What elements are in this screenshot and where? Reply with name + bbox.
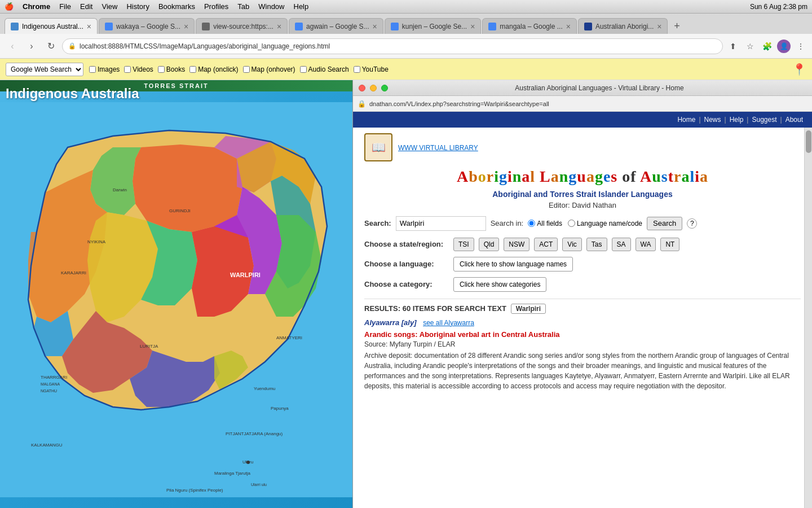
tab-close-7[interactable]: × — [657, 22, 661, 31]
reload-button[interactable]: ↻ — [43, 38, 59, 54]
svg-text:GURINDJI: GURINDJI — [169, 208, 191, 213]
tab-favicon-6 — [488, 23, 496, 30]
search-engine-select[interactable]: Google Web Search — [6, 63, 83, 76]
state-wa[interactable]: WA — [636, 238, 656, 251]
tab-title-4: agwain – Google S... — [306, 23, 369, 30]
back-button[interactable]: ‹ — [5, 38, 20, 54]
state-sa[interactable]: SA — [612, 238, 631, 251]
nav-home[interactable]: Home — [674, 116, 699, 124]
menu-view[interactable]: View — [102, 2, 117, 11]
vl-address-text: dnathan.com/VL/index.php?searchstring=Wa… — [369, 100, 549, 107]
menu-file[interactable]: File — [59, 2, 71, 11]
svg-text:LURITJA: LURITJA — [140, 344, 158, 349]
result-language: Alyawarra [aly] see all Alyawarra — [364, 318, 801, 327]
nav-suggest[interactable]: Suggest — [748, 116, 780, 124]
checkbox-videos[interactable]: Videos — [124, 65, 153, 73]
state-tsi[interactable]: TSI — [453, 238, 474, 251]
state-vic[interactable]: Vic — [562, 238, 581, 251]
tab-close-3[interactable]: × — [277, 22, 281, 31]
tab-title-3: view-source:https:... — [213, 23, 273, 30]
menu-tab[interactable]: Tab — [237, 2, 249, 11]
nav-help[interactable]: Help — [726, 116, 747, 124]
menu-icon[interactable]: ⋮ — [794, 40, 807, 53]
browser-toolbar: ‹ › ↻ 🔒 localhost:8888/HTMLCSS/ImageMap/… — [0, 34, 812, 59]
menubar: 🍎 Chrome File Edit View History Bookmark… — [0, 0, 812, 14]
tab-3[interactable]: view-source:https:... × — [196, 18, 288, 34]
forward-button[interactable]: › — [24, 38, 39, 54]
result-title: Arandic songs: Aboriginal verbal art in … — [364, 330, 801, 339]
search-button[interactable]: Search — [647, 217, 682, 230]
menubar-time: Sun 6 Aug 2:38 pm — [750, 3, 807, 11]
svg-text:Maralinga Tjarutja: Maralinga Tjarutja — [214, 471, 250, 476]
scrollbar-thumb[interactable] — [806, 130, 811, 153]
nav-about[interactable]: About — [782, 116, 806, 124]
checkbox-map-onhover[interactable]: Map (onhover) — [243, 65, 295, 73]
svg-text:Pila Nguru (Spinifex People): Pila Nguru (Spinifex People) — [166, 488, 223, 493]
help-button[interactable]: ? — [687, 218, 697, 229]
search-toolbar: Google Web Search Images Videos Books Ma… — [0, 59, 812, 80]
nav-news[interactable]: News — [701, 116, 725, 124]
state-act[interactable]: ACT — [534, 238, 558, 251]
window-minimize-button[interactable] — [370, 85, 377, 91]
tab-1[interactable]: Indigenous Austral... × — [5, 18, 98, 34]
bookmark-icon[interactable]: ☆ — [743, 40, 757, 53]
tab-close-6[interactable]: × — [566, 22, 571, 31]
address-bar[interactable]: 🔒 localhost:8888/HTMLCSS/ImageMap/Langua… — [62, 38, 723, 54]
state-qld[interactable]: Qld — [479, 238, 500, 251]
svg-text:NGATHU: NGATHU — [41, 389, 57, 393]
menu-window[interactable]: Window — [258, 2, 284, 11]
tab-5[interactable]: kunjen – Google Se... × — [385, 18, 482, 34]
radio-all-fields[interactable]: All fields — [528, 220, 562, 227]
apple-menu[interactable]: 🍎 — [5, 2, 14, 11]
menu-help[interactable]: Help — [294, 2, 309, 11]
checkbox-images[interactable]: Images — [89, 65, 120, 73]
map-panel[interactable]: TORRES STRAIT Indigenous Australia — [0, 80, 352, 508]
state-tas[interactable]: Tas — [586, 238, 607, 251]
extension-icon[interactable]: 🧩 — [760, 40, 774, 53]
tab-close-4[interactable]: × — [373, 22, 377, 31]
search-term-badge: Warlpiri — [511, 304, 546, 314]
vl-logo: 📖 — [364, 133, 392, 161]
checkbox-map-onclick[interactable]: Map (onclick) — [189, 65, 238, 73]
category-dropdown-button[interactable]: Click here show categories — [453, 277, 546, 292]
tab-close-1[interactable]: × — [87, 22, 91, 31]
state-nsw[interactable]: NSW — [504, 238, 529, 251]
tab-favicon-4 — [295, 23, 303, 30]
window-close-button[interactable] — [359, 85, 365, 91]
language-dropdown-button[interactable]: Click here to show language names — [453, 257, 573, 271]
tab-7[interactable]: Australian Aborigi... × — [578, 18, 668, 34]
menu-chrome[interactable]: Chrome — [23, 2, 50, 11]
tab-4[interactable]: agwain – Google S... × — [289, 18, 383, 34]
vl-titlebar: Australian Aboriginal Languages - Virtua… — [353, 80, 812, 96]
menu-bookmarks[interactable]: Bookmarks — [158, 2, 195, 11]
search-input[interactable] — [396, 216, 486, 231]
menu-history[interactable]: History — [126, 2, 149, 11]
profile-icon[interactable]: 👤 — [777, 40, 791, 53]
menu-profiles[interactable]: Profiles — [204, 2, 228, 11]
tab-2[interactable]: wakaya – Google S... × — [99, 18, 195, 34]
checkbox-books[interactable]: Books — [158, 65, 185, 73]
map-container[interactable]: WARLPIRI Darwin GURINDJI KARAJARRI NYIKI… — [0, 91, 352, 508]
svg-text:MALGANA: MALGANA — [41, 382, 60, 386]
new-tab-button[interactable]: + — [669, 18, 685, 34]
checkbox-audio-search[interactable]: Audio Search — [300, 65, 349, 73]
state-nt[interactable]: NT — [660, 238, 679, 251]
map-title: Indigenous Australia — [6, 86, 139, 102]
menu-edit[interactable]: Edit — [80, 2, 92, 11]
tab-6[interactable]: mangala – Google ... × — [482, 18, 577, 34]
map-svg[interactable]: WARLPIRI Darwin GURINDJI KARAJARRI NYIKI… — [0, 91, 352, 508]
window-maximize-button[interactable] — [381, 85, 388, 91]
see-all-alyawarra-link[interactable]: see all Alyawarra — [423, 319, 474, 327]
tab-close-2[interactable]: × — [184, 22, 188, 31]
radio-language-name[interactable]: Language name/code — [568, 220, 642, 227]
svg-text:THARRGARI: THARRGARI — [41, 375, 67, 380]
share-icon[interactable]: ⬆ — [726, 40, 740, 53]
results-header: RESULTS: 60 ITEMS FOR SEARCH TEXT Warlpi… — [364, 304, 801, 314]
scrollbar-track[interactable] — [804, 128, 812, 508]
checkbox-youtube[interactable]: YouTube — [354, 65, 389, 73]
www-virtual-library-link[interactable]: WWW VIRTUAL LIBRARY — [398, 144, 478, 152]
vl-window: Australian Aboriginal Languages - Virtua… — [352, 80, 812, 508]
search-in-label: Search in: — [491, 219, 524, 227]
tab-close-5[interactable]: × — [470, 22, 475, 31]
svg-text:Papunya: Papunya — [271, 406, 289, 411]
